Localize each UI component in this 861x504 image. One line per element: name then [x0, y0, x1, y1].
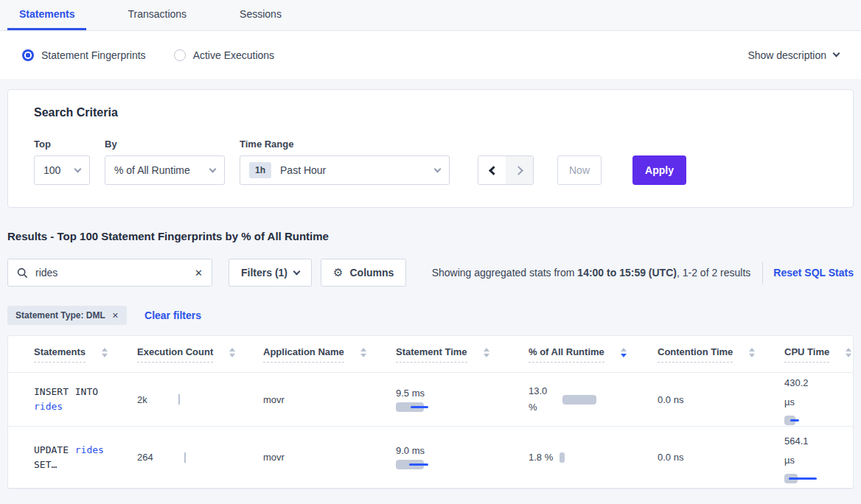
- chevron-down-icon: [293, 267, 301, 275]
- chevron-left-icon: [489, 166, 498, 175]
- tab-sessions[interactable]: Sessions: [228, 0, 293, 30]
- now-button[interactable]: Now: [557, 155, 602, 185]
- radio-statement-fingerprints-label: Statement Fingerprints: [41, 49, 146, 61]
- execution-count-value: 2k: [137, 394, 147, 405]
- radio-active-executions-label: Active Executions: [193, 49, 275, 61]
- execution-count-value: 264: [137, 452, 153, 463]
- radio-active-executions[interactable]: Active Executions: [174, 49, 275, 61]
- statement-fingerprint: UPDATE rides SET…: [34, 443, 119, 472]
- remove-filter-icon[interactable]: ✕: [112, 311, 119, 321]
- chevron-down-icon: [833, 50, 840, 57]
- chevron-right-icon: [514, 166, 523, 175]
- time-range-value: Past Hour: [280, 164, 326, 176]
- view-toggle-row: Statement Fingerprints Active Executions…: [0, 31, 861, 79]
- time-prev-button[interactable]: [478, 156, 506, 184]
- chevron-down-icon: [209, 165, 217, 172]
- time-nav-arrows: [478, 155, 534, 185]
- sort-icon[interactable]: [749, 348, 755, 357]
- filter-chips-row: Statement Type: DML ✕ Clear filters: [7, 306, 854, 325]
- execution-count-bar: [184, 452, 186, 463]
- pct-runtime-value: 1.8 %: [529, 452, 553, 463]
- statement-time-value: 9.0 ms: [396, 445, 431, 456]
- results-heading: Results - Top 100 Statement Fingerprints…: [7, 230, 854, 242]
- statement-fingerprint: INSERT INTO rides: [34, 385, 119, 414]
- execution-count-bar: [178, 394, 180, 405]
- table-row: UPDATE rides SET… 264 movr 9.0 ms 1.8 % …: [8, 427, 853, 489]
- chevron-down-icon: [434, 165, 442, 172]
- col-header-contention-time[interactable]: Contention Time: [658, 346, 733, 363]
- cpu-time-bar: [784, 474, 818, 483]
- time-next-button[interactable]: [506, 156, 533, 184]
- filters-button-label: Filters (1): [241, 267, 287, 279]
- time-range-select[interactable]: 1h Past Hour: [240, 155, 450, 185]
- pct-runtime-bar: [560, 452, 565, 463]
- top-select[interactable]: 100: [34, 155, 90, 185]
- cpu-time-bar: [784, 416, 802, 425]
- columns-button[interactable]: ⚙ Columns: [321, 259, 406, 287]
- cpu-time-value: 430.2 µs: [784, 374, 815, 412]
- sort-icon[interactable]: [360, 348, 366, 357]
- statement-time-bar: [396, 460, 431, 469]
- search-icon: [17, 267, 28, 279]
- statements-table: Statements Execution Count Application N…: [7, 335, 854, 489]
- sort-icon[interactable]: [102, 348, 108, 357]
- col-header-pct-runtime[interactable]: % of All Runtime: [529, 346, 604, 363]
- filters-button[interactable]: Filters (1): [229, 259, 312, 287]
- radio-statement-fingerprints[interactable]: Statement Fingerprints: [22, 49, 146, 61]
- sort-icon[interactable]: [484, 348, 489, 357]
- by-select-value: % of All Runtime: [114, 164, 190, 176]
- sql-activity-tabbar: Statements Transactions Sessions: [0, 0, 861, 31]
- application-name-value: movr: [263, 394, 285, 405]
- cpu-time-value: 564.1 µs: [784, 432, 815, 470]
- top-label: Top: [34, 139, 90, 150]
- col-header-statement-time[interactable]: Statement Time: [396, 346, 467, 363]
- statement-link[interactable]: rides: [34, 401, 63, 412]
- tab-statements[interactable]: Statements: [7, 0, 86, 30]
- table-row: INSERT INTO rides 2k movr 9.5 ms 13.0 % …: [8, 373, 853, 427]
- search-criteria-card: Search Criteria Top 100 By % of All Runt…: [7, 89, 854, 208]
- reset-sql-stats-link[interactable]: Reset SQL Stats: [773, 267, 854, 279]
- time-range-badge: 1h: [249, 162, 271, 178]
- results-controls-row: ✕ Filters (1) ⚙ Columns Showing aggregat…: [7, 259, 854, 287]
- filter-chip-label: Statement Type: DML: [15, 310, 105, 321]
- show-description-toggle[interactable]: Show description: [747, 49, 839, 61]
- filter-chip-statement-type[interactable]: Statement Type: DML ✕: [7, 306, 127, 325]
- col-header-cpu-time[interactable]: CPU Time: [784, 346, 829, 363]
- pct-runtime-value: 13.0 %: [529, 383, 554, 416]
- application-name-value: movr: [263, 452, 285, 463]
- statement-time-bar: [396, 402, 431, 412]
- clear-search-icon[interactable]: ✕: [195, 267, 203, 279]
- contention-time-value: 0.0 ns: [658, 452, 683, 463]
- by-label: By: [105, 139, 225, 150]
- col-header-application-name[interactable]: Application Name: [263, 346, 344, 363]
- time-range-label: Time Range: [240, 139, 450, 150]
- col-header-execution-count[interactable]: Execution Count: [137, 346, 213, 363]
- statement-link[interactable]: rides: [75, 444, 104, 455]
- sort-icon[interactable]: [846, 348, 851, 357]
- radio-selected-icon: [22, 49, 34, 61]
- pct-runtime-bar: [562, 395, 596, 405]
- columns-button-label: Columns: [349, 267, 394, 279]
- show-description-label: Show description: [747, 49, 826, 61]
- search-input[interactable]: [35, 267, 187, 279]
- aggregated-stats-text: Showing aggregated stats from 14:00 to 1…: [432, 267, 751, 279]
- by-select[interactable]: % of All Runtime: [105, 155, 225, 185]
- contention-time-value: 0.0 ns: [658, 394, 683, 405]
- chevron-down-icon: [74, 165, 82, 172]
- statement-search-box: ✕: [7, 259, 212, 287]
- search-criteria-title: Search Criteria: [34, 106, 827, 119]
- radio-unselected-icon: [174, 49, 186, 61]
- tab-transactions[interactable]: Transactions: [116, 0, 198, 30]
- clear-filters-link[interactable]: Clear filters: [144, 309, 201, 321]
- statement-time-value: 9.5 ms: [396, 388, 431, 399]
- sort-icon[interactable]: [229, 348, 235, 357]
- gear-icon: ⚙: [333, 266, 343, 279]
- col-header-statements[interactable]: Statements: [34, 346, 86, 363]
- table-header-row: Statements Execution Count Application N…: [8, 336, 853, 373]
- top-select-value: 100: [43, 164, 60, 176]
- apply-button[interactable]: Apply: [632, 155, 686, 185]
- sort-icon-active-desc[interactable]: [621, 348, 627, 357]
- divider: [762, 262, 763, 284]
